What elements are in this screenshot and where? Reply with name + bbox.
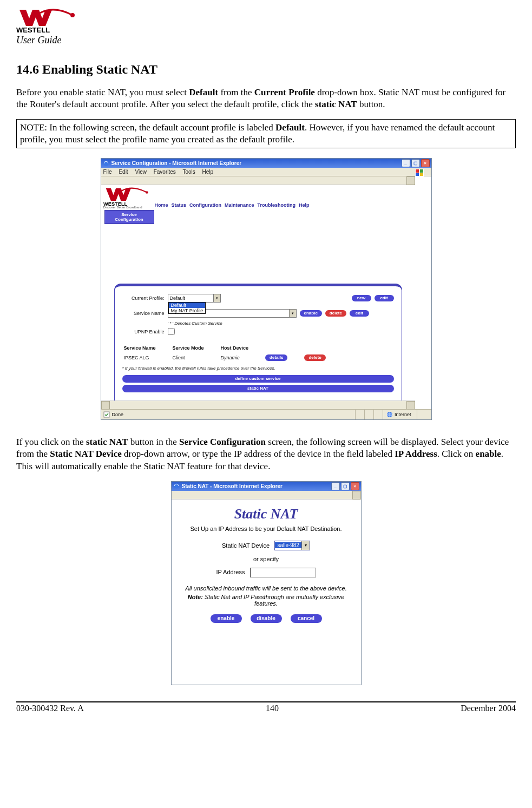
static-nat-device-label: Static NAT Device: [222, 542, 270, 548]
or-specify-label: or specify: [181, 556, 351, 562]
status-internet-text: Internet: [395, 412, 411, 417]
window-title: Static NAT - Microsoft Internet Explorer: [182, 483, 331, 489]
nav-configuration[interactable]: Configuration: [189, 202, 221, 208]
service-config-panel: Current Profile: Default ▾ Default My NA…: [114, 284, 402, 409]
section-title: 14.6 Enabling Static NAT: [16, 62, 516, 77]
window-titlebar: Service Configuration - Microsoft Intern…: [101, 159, 431, 168]
current-profile-select[interactable]: Default ▾ Default My NAT Profile: [168, 294, 221, 303]
enable-service-button[interactable]: enable: [300, 310, 322, 317]
maximize-button[interactable]: ▢: [341, 482, 350, 490]
define-custom-service-button[interactable]: define custom service: [122, 375, 394, 383]
static-nat-device-select[interactable]: salle-982 ▾: [274, 541, 310, 550]
th-host-device: Host Device: [220, 345, 264, 351]
nav-tabs: Home Status Configuration Maintenance Tr…: [155, 202, 310, 209]
ie-menubar: File Edit View Favorites Tools Help: [101, 168, 431, 176]
menu-view[interactable]: View: [135, 169, 147, 175]
ie-flag-icon: [415, 169, 424, 178]
chevron-down-icon: ▾: [213, 294, 220, 302]
profile-options-list[interactable]: Default My NAT Profile: [168, 302, 206, 314]
menu-tools[interactable]: Tools: [182, 169, 195, 175]
nav-maintenance[interactable]: Maintenance: [225, 202, 254, 208]
second-paragraph: If you click on the static NAT button in…: [16, 436, 516, 472]
inbound-traffic-note: All unsolicited inbound traffic will be …: [181, 585, 351, 592]
user-guide-label: User Guide: [16, 35, 516, 46]
upnp-checkbox[interactable]: [168, 328, 175, 335]
window-title: Service Configuration - Microsoft Intern…: [111, 160, 402, 166]
delete-service-button[interactable]: delete: [325, 310, 346, 317]
globe-icon: [386, 411, 393, 418]
westell-logo: WESTELL: [16, 9, 516, 36]
scroll-right-icon[interactable]: [406, 401, 415, 409]
profile-option-default[interactable]: Default: [169, 303, 206, 308]
minimize-button[interactable]: _: [402, 159, 410, 167]
scroll-up-icon[interactable]: [352, 491, 361, 500]
service-name-label: Service Name: [122, 311, 165, 316]
menu-help[interactable]: Help: [202, 169, 214, 175]
svg-point-0: [70, 13, 75, 17]
svg-point-4: [146, 192, 148, 194]
note-box: NOTE: In the following screen, the defau…: [16, 119, 516, 148]
status-done-text: Done: [112, 412, 124, 417]
cell-service: IPSEC ALG: [123, 352, 171, 362]
delete-row-button[interactable]: delete: [304, 354, 325, 361]
static-nat-subtitle: Set Up an IP Address to be your Default …: [181, 525, 351, 532]
svg-point-9: [174, 484, 179, 489]
menu-edit[interactable]: Edit: [119, 169, 128, 175]
nav-troubleshooting[interactable]: Troubleshooting: [258, 202, 296, 208]
service-config-window: Service Configuration - Microsoft Intern…: [101, 158, 432, 420]
footer-right: December 2004: [461, 704, 516, 713]
scroll-left-icon[interactable]: [101, 401, 110, 409]
ie-statusbar: Done Internet: [101, 409, 431, 419]
disable-button[interactable]: disable: [251, 614, 282, 623]
scroll-up-icon[interactable]: [406, 176, 415, 185]
chevron-down-icon: ▾: [301, 541, 310, 550]
cancel-button[interactable]: cancel: [291, 614, 322, 623]
table-row: IPSEC ALG Client Dynamic details delete: [123, 352, 341, 362]
svg-text:WESTELL: WESTELL: [16, 26, 50, 34]
page-footer: 030-300432 Rev. A 140 December 2004: [16, 701, 516, 713]
service-configuration-tab[interactable]: Service Configuration: [104, 210, 154, 224]
maximize-button[interactable]: ▢: [411, 159, 420, 167]
nav-status[interactable]: Status: [172, 202, 187, 208]
close-button[interactable]: ×: [351, 482, 359, 490]
cell-host: Dynamic: [220, 352, 264, 362]
edit-service-button[interactable]: edit: [350, 310, 369, 317]
edit-profile-button[interactable]: edit: [375, 295, 394, 301]
done-icon: [103, 411, 110, 418]
profile-option-mynat[interactable]: My NAT Profile: [169, 308, 206, 313]
current-profile-label: Current Profile:: [122, 295, 165, 301]
nav-home[interactable]: Home: [155, 202, 168, 208]
new-button[interactable]: new: [352, 295, 371, 301]
exclusive-note: Static Nat and IP Passthrough are mutual…: [203, 594, 344, 607]
intro-paragraph: Before you enable static NAT, you must s…: [16, 87, 516, 110]
close-button[interactable]: ×: [421, 159, 430, 167]
menu-favorites[interactable]: Favorites: [154, 169, 176, 175]
th-service-name: Service Name: [123, 345, 171, 351]
minimize-button[interactable]: _: [331, 482, 340, 490]
static-nat-button[interactable]: static NAT: [122, 385, 394, 392]
enable-button[interactable]: enable: [211, 614, 242, 623]
ip-address-label: IP Address: [216, 569, 245, 575]
nav-help[interactable]: Help: [299, 202, 310, 208]
static-nat-window: Static NAT - Microsoft Internet Explorer…: [171, 481, 362, 685]
firewall-note: * If your firewall is enabled, the firew…: [122, 366, 394, 371]
ip-address-input[interactable]: [250, 568, 316, 577]
service-table: Service Name Service Mode Host Device IP…: [122, 344, 342, 363]
custom-service-note: ' * ' Denotes Custom Service: [168, 321, 394, 326]
static-nat-title: Static NAT: [181, 506, 351, 522]
upnp-label: UPNP Enable: [122, 329, 165, 334]
svg-point-2: [103, 161, 108, 166]
th-service-mode: Service Mode: [172, 345, 219, 351]
details-button[interactable]: details: [265, 354, 287, 361]
footer-page-number: 140: [266, 704, 279, 713]
menu-file[interactable]: File: [103, 169, 112, 175]
chevron-down-icon: ▾: [289, 310, 296, 317]
westell-logo-small: WESTELL Discover Better Broadband: [103, 187, 149, 209]
cell-mode: Client: [172, 352, 219, 362]
footer-left: 030-300432 Rev. A: [16, 704, 84, 713]
note-label: Note:: [188, 594, 203, 600]
window-titlebar: Static NAT - Microsoft Internet Explorer…: [172, 482, 361, 491]
